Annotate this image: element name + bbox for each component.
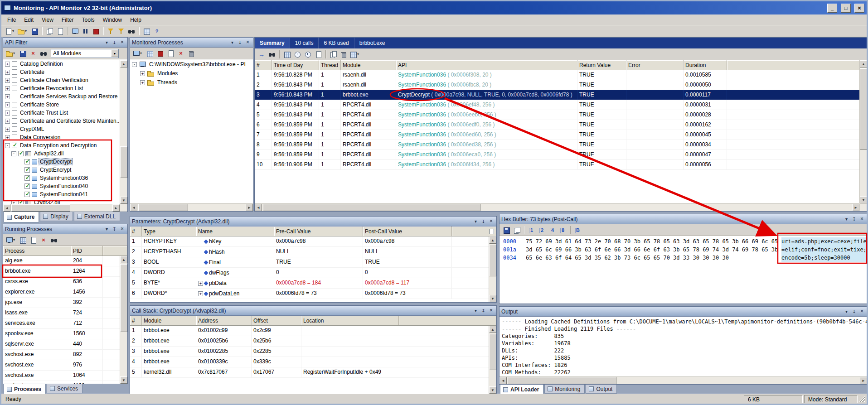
view-options-icon[interactable] bbox=[349, 49, 361, 59]
menu-item-tools[interactable]: Tools bbox=[78, 15, 99, 25]
summary-tab-6-kb-used[interactable]: 6 KB used bbox=[319, 38, 354, 48]
find-process-icon[interactable] bbox=[49, 235, 59, 245]
column-header-return-value[interactable]: Return Value bbox=[577, 60, 626, 70]
scrollbar-thumb[interactable] bbox=[508, 377, 616, 384]
module-filter-select[interactable]: All Modules bbox=[51, 49, 119, 58]
scroll-left-icon[interactable] bbox=[499, 377, 507, 384]
bottom-tab-output[interactable]: Output bbox=[586, 385, 617, 394]
group-bytes-4-icon[interactable]: 4 bbox=[548, 225, 558, 235]
expander-icon[interactable]: + bbox=[5, 94, 10, 99]
filter-tree-item-data-encryption-and-decryption[interactable]: -Data Encryption and Decryption bbox=[3, 141, 127, 149]
expander-icon[interactable]: - bbox=[11, 151, 16, 156]
scroll-down-icon[interactable] bbox=[120, 197, 127, 204]
scrollbar-thumb[interactable] bbox=[120, 146, 127, 178]
filter-tree-item-cryptencrypt[interactable]: CryptEncrypt bbox=[3, 166, 127, 174]
filter-tree-item-certificate-revocation-list[interactable]: +Certificate Revocation List bbox=[3, 84, 127, 92]
stack-frame-row-3[interactable]: 3brbbot.exe0x010022850x2285 bbox=[130, 347, 496, 357]
filter-tree-item-cryptdecrypt[interactable]: CryptDecrypt bbox=[3, 158, 127, 166]
filter-tree-item-certificate[interactable]: +Certificate bbox=[3, 68, 127, 76]
column-header-address[interactable]: Address bbox=[196, 316, 252, 325]
stack-frame-row-1[interactable]: 1brbbot.exe0x01002c990x2c99 bbox=[130, 326, 496, 336]
panel-menu-icon[interactable] bbox=[843, 216, 850, 222]
summary-row-8[interactable]: 89:56:10.859 PM1RPCRT4.dllSystemFunction… bbox=[255, 140, 867, 150]
close-panel-icon[interactable] bbox=[119, 226, 126, 232]
pin-icon[interactable] bbox=[851, 216, 858, 222]
show-details-icon[interactable] bbox=[28, 235, 38, 245]
scroll-left-icon[interactable] bbox=[3, 204, 10, 212]
vertical-scrollbar[interactable] bbox=[120, 256, 127, 384]
clear-calls-icon[interactable] bbox=[339, 49, 349, 59]
expander-icon[interactable]: + bbox=[5, 127, 10, 132]
monitor-process-icon[interactable] bbox=[132, 48, 144, 58]
scroll-right-icon[interactable] bbox=[860, 377, 867, 384]
process-properties-icon[interactable] bbox=[165, 48, 175, 58]
expander-icon[interactable]: + bbox=[5, 119, 10, 124]
close-button[interactable] bbox=[854, 4, 864, 13]
menu-item-window[interactable]: Window bbox=[99, 15, 126, 25]
api-capture-filter-icon[interactable] bbox=[106, 26, 116, 36]
save-icon[interactable] bbox=[29, 26, 39, 36]
scrollbar-thumb[interactable] bbox=[489, 245, 496, 276]
stack-frame-row-4[interactable]: 4brbbot.exe0x0100339c0x339c bbox=[130, 357, 496, 367]
column-header-error[interactable]: Error bbox=[626, 60, 684, 70]
scroll-right-icon[interactable] bbox=[246, 204, 253, 211]
dropdown-arrow-icon[interactable] bbox=[13, 238, 17, 242]
panel-menu-icon[interactable] bbox=[472, 308, 479, 314]
expander-icon[interactable]: + bbox=[5, 102, 10, 107]
bottom-tab-api-loader[interactable]: API Loader bbox=[500, 385, 543, 394]
scroll-up-icon[interactable] bbox=[120, 256, 127, 263]
process-row-csrss-exe-636[interactable]: csrss.exe636 bbox=[3, 277, 127, 287]
scroll-left-icon[interactable] bbox=[255, 204, 262, 211]
column-header-col0[interactable]: # bbox=[130, 316, 142, 325]
panel-menu-icon[interactable] bbox=[103, 39, 110, 46]
stop-capture-icon[interactable] bbox=[91, 26, 101, 36]
filter-tree-item-cryptxml[interactable]: +CryptXML bbox=[3, 125, 127, 133]
column-header-pre-call-value[interactable]: Pre-Call Value bbox=[274, 227, 363, 236]
horizontal-scrollbar[interactable] bbox=[130, 203, 253, 211]
column-header-type[interactable]: Type bbox=[142, 227, 196, 236]
panel-menu-icon[interactable] bbox=[229, 39, 236, 46]
parameter-row-pdwdatalen[interactable]: 6DWORD*+pdwDataLen0x0006fd78 = 730x0006f… bbox=[130, 289, 496, 299]
minimize-button[interactable] bbox=[827, 4, 837, 13]
close-panel-icon[interactable] bbox=[488, 308, 495, 314]
dropdown-arrow-icon[interactable] bbox=[12, 29, 16, 33]
stack-frame-row-2[interactable]: 2brbbot.exe0x010025b60x25b6 bbox=[130, 336, 496, 347]
scroll-down-icon[interactable] bbox=[489, 386, 496, 394]
menu-item-help[interactable]: Help bbox=[126, 15, 145, 25]
scroll-up-icon[interactable] bbox=[489, 236, 496, 244]
summary-row-3[interactable]: 39:56:10.843 PM1brbbot.exeCryptDecrypt (… bbox=[255, 90, 867, 100]
process-row-services-exe-712[interactable]: services.exe712 bbox=[3, 318, 127, 329]
new-capture-icon[interactable] bbox=[4, 26, 16, 36]
filter-tree-item-catalog-definition[interactable]: +Catalog Definition bbox=[3, 60, 127, 68]
window-layout-icon[interactable] bbox=[141, 26, 151, 36]
scrollbar-thumb[interactable] bbox=[489, 334, 496, 370]
copy-buffer-icon[interactable] bbox=[512, 225, 522, 235]
summary-row-2[interactable]: 29:56:10.843 PM1rsaenh.dllSystemFunction… bbox=[255, 80, 867, 90]
filter-tree-item-certificate-and-certificate-store-mainten[interactable]: +Certificate and Certificate Store Maint… bbox=[3, 117, 127, 125]
checkbox-icon[interactable] bbox=[12, 143, 17, 148]
process-row-brbbot-exe-1264[interactable]: brbbot.exe1264 bbox=[3, 266, 127, 277]
relative-time-icon[interactable] bbox=[303, 49, 313, 59]
column-header-name[interactable]: Name bbox=[196, 227, 274, 236]
summary-row-7[interactable]: 79:56:10.859 PM1RPCRT4.dllSystemFunction… bbox=[255, 130, 867, 140]
pin-icon[interactable] bbox=[480, 308, 487, 314]
column-header-thread[interactable]: Thread bbox=[319, 60, 341, 70]
checkbox-icon[interactable] bbox=[18, 200, 24, 204]
dropdown-arrow-icon[interactable] bbox=[357, 52, 361, 56]
scroll-up-icon[interactable] bbox=[489, 326, 496, 333]
terminate-process-icon[interactable]: × bbox=[39, 235, 48, 245]
summary-tab-summary[interactable]: Summary bbox=[255, 38, 290, 48]
pin-icon[interactable] bbox=[237, 39, 243, 46]
process-tab-processes[interactable]: Processes bbox=[4, 384, 46, 394]
close-panel-icon[interactable] bbox=[858, 216, 865, 222]
filter-tree-item-certificate-store[interactable]: +Certificate Store bbox=[3, 101, 127, 109]
checkbox-icon[interactable] bbox=[12, 135, 17, 140]
column-header-col0[interactable]: # bbox=[130, 227, 142, 236]
expander-icon[interactable]: + bbox=[5, 135, 10, 140]
filter-tab-external-dll[interactable]: External DLL bbox=[74, 212, 120, 221]
scroll-down-icon[interactable] bbox=[120, 376, 127, 384]
checkbox-icon[interactable] bbox=[12, 61, 17, 67]
menu-item-view[interactable]: View bbox=[38, 15, 58, 25]
expander-icon[interactable]: + bbox=[5, 70, 10, 75]
group-bytes-1-icon[interactable]: 1 bbox=[527, 225, 537, 235]
